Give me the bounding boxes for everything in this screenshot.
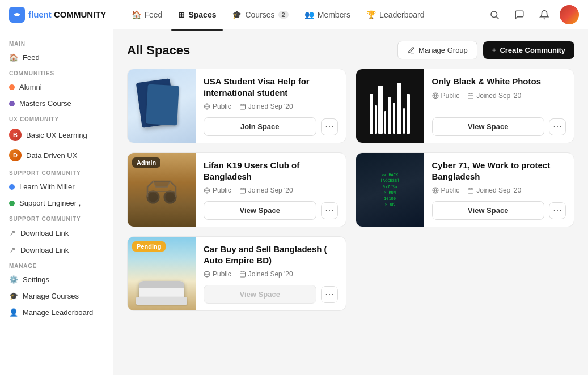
card-inner-1: USA Student Visa Help for international … [128,69,346,143]
card-title-3: Lifan K19 Users Club of Bangladesh [204,160,338,182]
more-options-button-2[interactable]: ⋯ [549,118,566,135]
view-space-disabled-5: View Space [204,285,316,304]
card-joined-1: Joined Sep '20 [239,103,293,110]
card-visibility-5: Public [204,270,231,278]
courses-icon: 🎓 [232,10,242,19]
svg-point-0 [491,11,497,18]
view-space-button-3[interactable]: View Space [204,201,316,220]
globe-icon-4 [432,187,439,194]
svg-rect-4 [240,104,245,109]
masters-dot [9,101,15,106]
search-button[interactable] [485,5,504,24]
notifications-button[interactable] [535,5,554,24]
card-content-1: USA Student Visa Help for international … [196,69,346,143]
card-joined-2: Joined Sep '20 [467,92,521,100]
card-visibility-4: Public [432,186,460,194]
card-badge-5: Pending [132,241,166,252]
main-section-title: MAIN [0,36,113,49]
join-space-button-1[interactable]: Join Space [204,117,316,136]
card-content-4: Cyber 71, We Work to protect Bangladesh … [424,153,574,227]
user-avatar[interactable] [560,5,579,24]
svg-rect-25 [468,188,473,193]
card-footer-1: Join Space ⋯ [204,117,338,136]
settings-icon: ⚙️ [9,275,18,284]
nav-courses[interactable]: 🎓 Courses 2 [225,7,295,23]
calendar-icon-4 [467,187,474,194]
space-card-4: >> HACK[ACCESS]0x7f3a> RUN10100> OK Cybe… [356,152,575,227]
globe-icon-1 [204,103,210,110]
card-footer-3: View Space ⋯ [204,201,338,220]
sidebar-item-feed[interactable]: 🏠 Feed [0,49,113,66]
more-options-button-4[interactable]: ⋯ [549,202,566,219]
download-2-icon: ↗ [9,245,16,254]
sidebar-item-manage-leaderboard[interactable]: 👤 Manage Leaderboard [0,304,113,321]
more-options-button-1[interactable]: ⋯ [321,118,338,135]
manage-group-icon [407,46,415,54]
members-icon: 👥 [304,10,314,19]
calendar-icon-3 [239,187,246,194]
card-image-4: >> HACK[ACCESS]0x7f3a> RUN10100> OK [356,153,424,227]
more-options-button-5[interactable]: ⋯ [321,286,338,303]
card-content-3: Lifan K19 Users Club of Bangladesh Publi… [196,153,346,227]
support-eng-dot [9,201,15,206]
sidebar-item-masters-course[interactable]: Masters Course [0,95,113,112]
home-icon: 🏠 [132,10,141,19]
sidebar-item-alumni[interactable]: Alumni [0,79,113,95]
sidebar-item-settings[interactable]: ⚙️ Settings [0,271,113,288]
svg-rect-31 [240,272,245,277]
data-driven-avatar: D [9,149,22,161]
download-1-icon: ↗ [9,228,16,237]
create-community-button[interactable]: + Create Community [483,41,574,59]
calendar-icon-2 [467,92,474,99]
nav-leaderboard[interactable]: 🏆 Leaderboard [359,7,431,23]
sidebar-item-data-driven[interactable]: D Data Driven UX [0,145,113,165]
card-meta-4: Public Joined Sep '20 [432,186,566,194]
globe-icon-3 [204,187,210,194]
sidebar-item-basic-ux[interactable]: B Basic UX Learning [0,125,113,145]
svg-point-15 [164,191,176,203]
sidebar-item-download-2[interactable]: ↗ Download Link [0,241,113,258]
sidebar-item-download-1[interactable]: ↗ Download Link [0,224,113,241]
calendar-icon-1 [239,103,246,110]
view-space-button-2[interactable]: View Space [432,117,545,136]
card-meta-5: Public Joined Sep '20 [204,270,338,278]
card-joined-4: Joined Sep '20 [467,186,521,194]
card-footer-2: View Space ⋯ [432,117,566,136]
card-visibility-3: Public [204,186,231,194]
card-title-1: USA Student Visa Help for international … [204,76,338,98]
manage-leaderboard-icon: 👤 [9,308,18,317]
sidebar-item-manage-courses[interactable]: 🎓 Manage Courses [0,288,113,304]
nav-spaces[interactable]: ⊞ Spaces [171,7,223,23]
manage-courses-icon: 🎓 [9,292,18,300]
nav-items: 🏠 Feed ⊞ Spaces 🎓 Courses 2 👥 Members 🏆 … [125,7,485,23]
view-space-button-4[interactable]: View Space [432,201,545,220]
manage-group-button[interactable]: Manage Group [397,41,477,59]
nav-members[interactable]: 👥 Members [298,7,357,23]
card-content-2: Only Black & White Photos Public Joined … [424,69,574,143]
support1-section-title: SUPPORT COMMUNITY [0,165,113,178]
spaces-grid: USA Student Visa Help for international … [113,69,588,325]
card-visibility-1: Public [204,103,231,110]
nav-feed[interactable]: 🏠 Feed [125,7,170,23]
nav-right-actions [485,5,579,24]
sidebar-item-learn-miller[interactable]: Learn With Miller [0,178,113,195]
space-card-1: USA Student Visa Help for international … [127,69,346,143]
logo[interactable]: fluent COMMUNITY [9,7,107,23]
more-options-button-3[interactable]: ⋯ [321,202,338,219]
globe-icon-2 [432,92,439,99]
svg-line-1 [496,16,498,19]
calendar-icon-5 [239,271,246,278]
main-header: All Spaces Manage Group + Create Communi… [113,29,588,69]
top-navigation: fluent COMMUNITY 🏠 Feed ⊞ Spaces 🎓 Cours… [0,0,588,29]
ux-section-title: UX COMMUNITY [0,112,113,125]
card-footer-5: View Space ⋯ [204,285,338,304]
card-visibility-2: Public [432,92,460,100]
sidebar-item-support-eng[interactable]: Support Engineer , [0,195,113,211]
courses-badge: 2 [278,11,289,19]
card-inner-4: >> HACK[ACCESS]0x7f3a> RUN10100> OK Cybe… [356,153,574,227]
learn-miller-dot [9,184,15,190]
card-title-2: Only Black & White Photos [432,76,566,87]
feed-icon: 🏠 [9,53,18,62]
messages-button[interactable] [510,5,529,24]
globe-icon-5 [204,271,210,278]
